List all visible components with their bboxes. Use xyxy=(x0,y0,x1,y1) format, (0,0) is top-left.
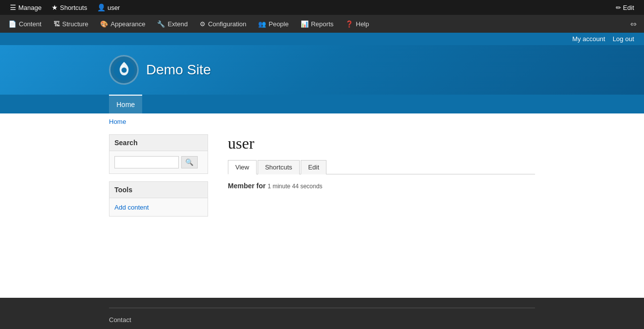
user-button[interactable]: 👤 user xyxy=(92,0,125,15)
search-form: 🔍 xyxy=(114,156,203,168)
search-block: Search 🔍 xyxy=(109,134,208,174)
site-logo xyxy=(109,55,139,85)
manage-label: Manage xyxy=(18,4,42,11)
tools-block-title: Tools xyxy=(109,182,208,198)
extend-icon: 🔧 xyxy=(157,20,165,28)
nav-content[interactable]: 📄 Content xyxy=(2,15,48,33)
config-icon: ⚙ xyxy=(200,20,206,28)
contact-link[interactable]: Contact xyxy=(109,316,131,324)
account-bar: My account Log out xyxy=(0,33,644,45)
edit-button[interactable]: ✏ Edit xyxy=(611,4,639,11)
nav-right-icon: ⇔ xyxy=(630,19,637,29)
reports-icon: 📊 xyxy=(301,20,309,28)
content-icon: 📄 xyxy=(8,20,16,28)
svg-point-1 xyxy=(121,67,127,73)
add-content-link[interactable]: Add content xyxy=(114,204,149,211)
shortcuts-button[interactable]: ★ Shortcuts xyxy=(47,0,92,15)
primary-nav-home[interactable]: Home xyxy=(109,95,142,113)
breadcrumb: Home xyxy=(0,113,644,129)
tools-block: Tools Add content xyxy=(109,181,208,217)
primary-nav: Home xyxy=(0,95,644,113)
my-account-link[interactable]: My account xyxy=(572,35,605,43)
tab-shortcuts[interactable]: Shortcuts xyxy=(258,160,300,174)
nav-reports[interactable]: 📊 Reports xyxy=(295,15,340,33)
site-header: Demo Site xyxy=(0,45,644,95)
footer: Contact Powered by Drupal xyxy=(0,298,644,329)
star-icon: ★ xyxy=(52,3,58,11)
manage-button[interactable]: ☰ Manage xyxy=(5,0,47,15)
menu-icon: ☰ xyxy=(10,3,16,11)
search-button[interactable]: 🔍 xyxy=(181,156,198,168)
page-title: user xyxy=(228,134,535,153)
content-tabs: View Shortcuts Edit xyxy=(228,160,535,174)
member-info: Member for 1 minute 44 seconds xyxy=(228,182,535,190)
breadcrumb-home[interactable]: Home xyxy=(109,118,126,125)
nav-configuration[interactable]: ⚙ Configuration xyxy=(194,15,252,33)
shortcuts-label: Shortcuts xyxy=(60,4,87,11)
member-for-label: Member for xyxy=(228,182,266,190)
tools-block-content: Add content xyxy=(109,198,208,216)
logo-svg xyxy=(113,59,135,81)
nav-right: ⇔ xyxy=(630,19,642,29)
main-content: Search 🔍 Tools Add content user View Sho xyxy=(0,129,644,278)
search-block-title: Search xyxy=(109,135,208,151)
member-duration: 1 minute 44 seconds xyxy=(268,183,322,190)
nav-structure[interactable]: 🏗 Structure xyxy=(48,15,95,33)
log-out-link[interactable]: Log out xyxy=(613,35,634,43)
tab-view[interactable]: View xyxy=(228,160,257,174)
footer-divider xyxy=(109,308,535,308)
help-icon: ❓ xyxy=(345,20,353,28)
footer-nav: Contact xyxy=(109,316,535,324)
search-input[interactable] xyxy=(114,156,179,168)
admin-toolbar: ☰ Manage ★ Shortcuts 👤 user ✏ Edit xyxy=(0,0,644,15)
appearance-icon: 🎨 xyxy=(100,20,108,28)
structure-icon: 🏗 xyxy=(54,20,60,28)
site-title: Demo Site xyxy=(146,62,211,78)
tab-edit[interactable]: Edit xyxy=(301,160,326,174)
toolbar-right: ✏ Edit xyxy=(611,4,639,11)
search-block-content: 🔍 xyxy=(109,151,208,173)
user-label: user xyxy=(107,4,120,11)
nav-help[interactable]: ❓ Help xyxy=(339,15,375,33)
nav-extend[interactable]: 🔧 Extend xyxy=(151,15,193,33)
nav-people[interactable]: 👥 People xyxy=(252,15,294,33)
pencil-icon: ✏ xyxy=(616,4,621,11)
user-icon: 👤 xyxy=(97,3,106,11)
search-icon: 🔍 xyxy=(185,159,194,166)
people-icon: 👥 xyxy=(258,20,266,28)
sidebar: Search 🔍 Tools Add content xyxy=(109,129,208,278)
edit-label: Edit xyxy=(623,4,634,11)
nav-menu: 📄 Content 🏗 Structure 🎨 Appearance 🔧 Ext… xyxy=(0,15,644,33)
page-content: user View Shortcuts Edit Member for 1 mi… xyxy=(218,129,535,278)
nav-appearance[interactable]: 🎨 Appearance xyxy=(94,15,151,33)
